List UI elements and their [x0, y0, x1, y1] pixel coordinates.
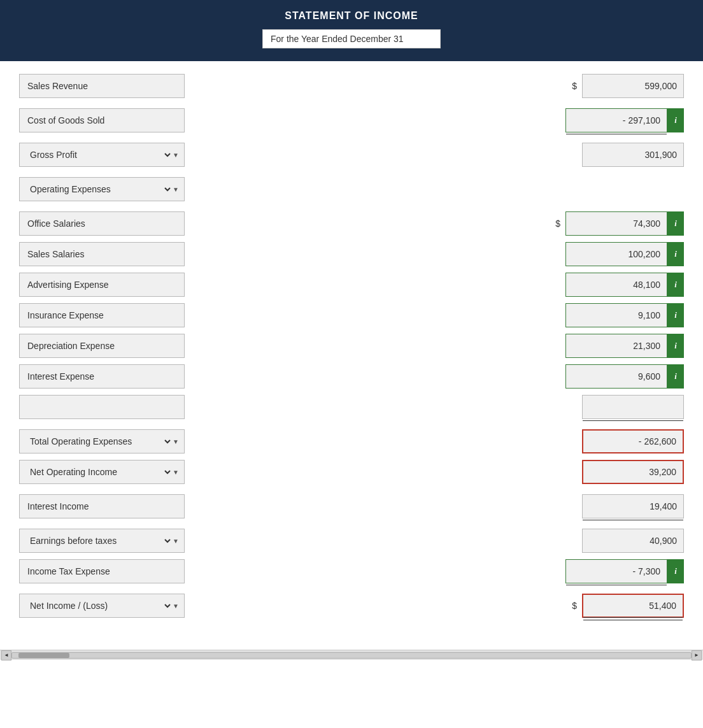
interest-income-right: 19,400 [582, 494, 684, 518]
earnings-dropdown[interactable]: Earnings before taxes [27, 535, 173, 546]
earnings-dropdown-wrapper[interactable]: Earnings before taxes ▼ [19, 529, 185, 553]
gross-profit-value: 301,900 [582, 143, 684, 167]
net-income-right: $ 51,400 [564, 594, 684, 618]
net-operating-dropdown[interactable]: Net Operating Income [27, 466, 173, 478]
scrollbar-track[interactable] [11, 652, 692, 659]
earnings-chevron: ▼ [173, 538, 179, 545]
income-tax-right: - 7,300 i [565, 559, 684, 583]
gross-profit-right: 301,900 [582, 143, 684, 167]
cogs-info-button[interactable]: i [667, 108, 684, 132]
depreciation-row: Depreciation Expense 21,300 i [19, 334, 684, 358]
total-operating-dropdown-wrapper[interactable]: Total Operating Expenses ▼ [19, 429, 185, 453]
income-tax-label: Income Tax Expense [19, 559, 185, 583]
depreciation-info-button[interactable]: i [667, 334, 684, 358]
advertising-row: Advertising Expense 48,100 i [19, 273, 684, 297]
insurance-right: 9,100 i [565, 303, 684, 327]
sales-salaries-right: 100,200 i [565, 242, 684, 266]
total-operating-dropdown[interactable]: Total Operating Expenses [27, 436, 173, 447]
page-title: STATEMENT OF INCOME [13, 10, 690, 22]
sales-revenue-row: Sales Revenue $ 599,000 [19, 74, 684, 98]
net-income-chevron: ▼ [173, 603, 179, 610]
dollar-sign-2: $ [553, 218, 560, 229]
scroll-left-button[interactable]: ◄ [1, 650, 11, 660]
insurance-row: Insurance Expense 9,100 i [19, 303, 684, 327]
cogs-value: - 297,100 [565, 108, 667, 132]
gross-profit-dropdown[interactable]: Gross Profit [27, 149, 173, 161]
insurance-value: 9,100 [565, 303, 667, 327]
scroll-right-button[interactable]: ► [692, 650, 702, 660]
depreciation-right: 21,300 i [565, 334, 684, 358]
operating-expenses-dropdown[interactable]: Operating Expenses [27, 183, 173, 195]
gross-profit-dropdown-wrapper[interactable]: Gross Profit ▼ [19, 143, 185, 167]
net-operating-dropdown-wrapper[interactable]: Net Operating Income ▼ [19, 460, 185, 484]
net-operating-row: Net Operating Income ▼ 39,200 [19, 460, 684, 484]
income-tax-info-button[interactable]: i [667, 559, 684, 583]
interest-income-value: 19,400 [582, 494, 684, 518]
scrollbar-thumb[interactable] [18, 653, 69, 658]
operating-expenses-dropdown-wrapper[interactable]: Operating Expenses ▼ [19, 177, 185, 201]
statement-content: Sales Revenue $ 599,000 Cost of Goods So… [0, 61, 703, 650]
income-tax-row: Income Tax Expense - 7,300 i [19, 559, 684, 583]
earnings-right: 40,900 [582, 529, 684, 553]
net-operating-chevron: ▼ [173, 469, 179, 476]
office-salaries-row: Office Salaries $ 74,300 i [19, 211, 684, 236]
total-operating-row: Total Operating Expenses ▼ - 262,600 [19, 429, 684, 453]
net-income-value: 51,400 [582, 594, 684, 618]
sales-revenue-right: $ 599,000 [564, 74, 684, 98]
net-income-row: Net Income / (Loss) ▼ $ 51,400 [19, 594, 684, 618]
advertising-right: 48,100 i [565, 273, 684, 297]
sales-revenue-label: Sales Revenue [19, 74, 185, 98]
insurance-label: Insurance Expense [19, 303, 185, 327]
insurance-info-button[interactable]: i [667, 303, 684, 327]
advertising-value: 48,100 [565, 273, 667, 297]
income-tax-value: - 7,300 [565, 559, 667, 583]
empty-value [582, 395, 684, 419]
interest-expense-label: Interest Expense [19, 364, 185, 389]
interest-expense-right: 9,600 i [565, 364, 684, 389]
sales-salaries-label: Sales Salaries [19, 242, 185, 266]
sales-salaries-info-button[interactable]: i [667, 242, 684, 266]
net-income-dropdown[interactable]: Net Income / (Loss) [27, 600, 173, 611]
total-operating-right: - 262,600 [582, 429, 684, 453]
depreciation-value: 21,300 [565, 334, 667, 358]
dollar-sign-1: $ [569, 81, 577, 91]
period-dropdown[interactable]: For the Year Ended December 31 [262, 29, 441, 48]
empty-expense-row [19, 395, 684, 419]
earnings-before-taxes-row: Earnings before taxes ▼ 40,900 [19, 529, 684, 553]
net-operating-value: 39,200 [582, 460, 684, 484]
net-income-dropdown-wrapper[interactable]: Net Income / (Loss) ▼ [19, 594, 185, 618]
operating-expenses-chevron: ▼ [173, 186, 179, 193]
horizontal-scrollbar[interactable]: ◄ ► [0, 650, 703, 660]
office-salaries-label: Office Salaries [19, 211, 185, 236]
gross-profit-row: Gross Profit ▼ 301,900 [19, 143, 684, 167]
advertising-label: Advertising Expense [19, 273, 185, 297]
office-salaries-right: $ 74,300 i [548, 211, 684, 236]
cogs-right: - 297,100 i [565, 108, 684, 132]
office-salaries-info-button[interactable]: i [667, 211, 684, 236]
office-salaries-value: 74,300 [565, 211, 667, 236]
total-operating-value: - 262,600 [582, 429, 684, 453]
interest-expense-row: Interest Expense 9,600 i [19, 364, 684, 389]
interest-expense-info-button[interactable]: i [667, 364, 684, 389]
depreciation-label: Depreciation Expense [19, 334, 185, 358]
interest-income-row: Interest Income 19,400 [19, 494, 684, 518]
earnings-value: 40,900 [582, 529, 684, 553]
advertising-info-button[interactable]: i [667, 273, 684, 297]
sales-revenue-value: 599,000 [582, 74, 684, 98]
interest-expense-value: 9,600 [565, 364, 667, 389]
empty-label [19, 395, 185, 419]
sales-salaries-row: Sales Salaries 100,200 i [19, 242, 684, 266]
operating-expenses-row: Operating Expenses ▼ [19, 177, 684, 201]
period-selector-wrapper[interactable]: For the Year Ended December 31 [262, 29, 441, 48]
total-operating-chevron: ▼ [173, 438, 179, 445]
gross-profit-chevron: ▼ [173, 152, 179, 159]
cogs-label: Cost of Goods Sold [19, 108, 185, 132]
header: STATEMENT OF INCOME For the Year Ended D… [0, 0, 703, 61]
empty-right [582, 395, 684, 419]
interest-income-label: Interest Income [19, 494, 185, 518]
dollar-sign-3: $ [569, 601, 577, 611]
cogs-row: Cost of Goods Sold - 297,100 i [19, 108, 684, 132]
sales-salaries-value: 100,200 [565, 242, 667, 266]
net-operating-right: 39,200 [582, 460, 684, 484]
